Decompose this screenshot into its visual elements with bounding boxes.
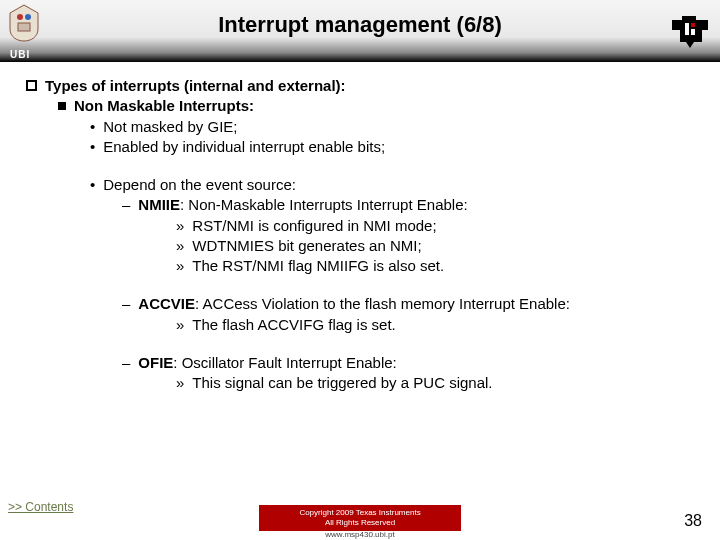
- nmiie-rest: : Non-Maskable Interrupts Interrupt Enab…: [180, 196, 468, 213]
- slide-header: Interrupt management (6/8) UBI: [0, 0, 720, 62]
- text-line: Non Maskable Interrupts:: [74, 96, 254, 116]
- small-square-bullet-icon: [58, 102, 66, 110]
- text-line: Not masked by GIE;: [103, 117, 237, 137]
- dot-bullet-icon: •: [90, 137, 95, 157]
- copyright-line1: Copyright 2009 Texas Instruments: [299, 508, 420, 518]
- dash-bullet-icon: –: [122, 294, 130, 314]
- text-line: RST/NMI is configured in NMI mode;: [192, 216, 436, 236]
- text-line: This signal can be triggered by a PUC si…: [192, 373, 492, 393]
- dash-bullet-icon: –: [122, 353, 130, 373]
- copyright-line2: All Rights Reserved: [299, 518, 420, 528]
- nmiie-label: NMIIE: [138, 196, 180, 213]
- ti-logo: [668, 12, 712, 52]
- raquo-bullet-icon: »: [176, 373, 184, 393]
- raquo-bullet-icon: »: [176, 236, 184, 256]
- svg-rect-5: [691, 29, 695, 35]
- text-line: ACCVIE: ACCess Violation to the flash me…: [138, 294, 570, 314]
- ubi-label: UBI: [10, 49, 30, 60]
- accvie-label: ACCVIE: [138, 295, 195, 312]
- square-bullet-icon: [26, 80, 37, 91]
- svg-rect-4: [691, 23, 695, 27]
- text-line: Enabled by individual interrupt enable b…: [103, 137, 385, 157]
- text-line: The RST/NMI flag NMIIFG is also set.: [192, 256, 444, 276]
- accvie-rest: : ACCess Violation to the flash memory I…: [195, 295, 570, 312]
- copyright-bar: Copyright 2009 Texas Instruments All Rig…: [259, 505, 460, 531]
- raquo-bullet-icon: »: [176, 315, 184, 335]
- slide-footer: Copyright 2009 Texas Instruments All Rig…: [0, 496, 720, 540]
- text-line: NMIIE: Non-Maskable Interrupts Interrupt…: [138, 195, 467, 215]
- raquo-bullet-icon: »: [176, 256, 184, 276]
- raquo-bullet-icon: »: [176, 216, 184, 236]
- text-line: OFIE: Oscillator Fault Interrupt Enable:: [138, 353, 396, 373]
- page-number: 38: [684, 512, 702, 530]
- text-line: Depend on the event source:: [103, 175, 296, 195]
- dot-bullet-icon: •: [90, 117, 95, 137]
- svg-rect-3: [685, 23, 689, 35]
- ofie-label: OFIE: [138, 354, 173, 371]
- text-line: Types of interrupts (internal and extern…: [45, 76, 346, 96]
- dash-bullet-icon: –: [122, 195, 130, 215]
- slide-content: Types of interrupts (internal and extern…: [0, 62, 720, 393]
- ofie-rest: : Oscillator Fault Interrupt Enable:: [173, 354, 396, 371]
- text-line: WDTNMIES bit generates an NMI;: [192, 236, 421, 256]
- slide-title: Interrupt management (6/8): [0, 12, 720, 38]
- dot-bullet-icon: •: [90, 175, 95, 195]
- text-line: The flash ACCVIFG flag is set.: [192, 315, 395, 335]
- footer-url: www.msp430.ubi.pt: [0, 530, 720, 539]
